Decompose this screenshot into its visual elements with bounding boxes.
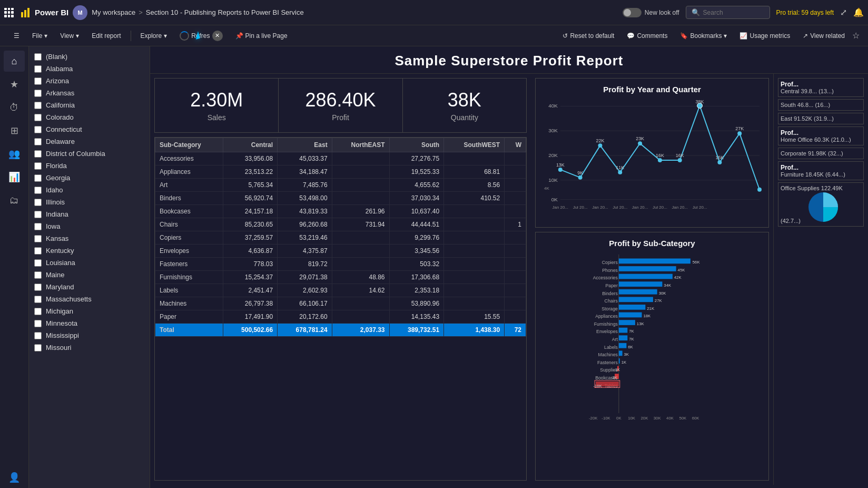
filter-item[interactable]: Michigan [33,305,145,317]
filter-item[interactable]: Alabama [33,63,145,75]
sidebar-item-starred[interactable]: ★ [4,74,25,95]
filter-checkbox[interactable] [34,162,42,170]
table-row[interactable]: Machines26,797.3866,106.1753,890.96 [155,297,526,310]
filter-item[interactable]: Colorado [33,111,145,123]
filter-checkbox[interactable] [34,90,42,97]
table-row[interactable]: Furnishings15,254.3729,071.3848.8617,306… [155,271,526,284]
sidebar-item-recent[interactable]: ⏱ [4,97,25,118]
table-row[interactable]: Paper17,491.9020,172.6014,135.4315.55 [155,310,526,324]
sidebar-item-account[interactable]: 👤 [4,467,25,488]
search-box[interactable]: 🔍 [686,6,770,19]
refresh-button[interactable]: Refres ✕ [174,28,228,43]
filter-item[interactable]: Minnesota [33,317,145,329]
sidebar-item-shared[interactable]: 👥 [4,143,25,164]
filter-checkbox[interactable] [34,296,42,303]
filter-checkbox[interactable] [34,199,42,206]
filter-checkbox[interactable] [34,247,42,255]
filter-item[interactable]: California [33,99,145,111]
table-row[interactable]: Art5,765.347,485.764,655.628.56 [155,179,526,192]
filter-item[interactable]: Arizona [33,75,145,87]
table-row[interactable]: Copiers37,259.5753,219.469,299.76 [155,231,526,245]
table-row[interactable]: Fasteners778.03819.72503.32 [155,258,526,271]
expand-icon[interactable]: ⤢ [840,7,847,17]
table-row[interactable]: Accessories33,956.0845,033.3727,276.75 [155,152,526,165]
svg-text:30K: 30K [548,128,558,133]
table-cell: 20,172.60 [278,310,332,324]
filter-checkbox[interactable] [34,211,42,218]
table-row[interactable]: Labels2,451.472,602.9314.622,353.18 [155,284,526,297]
filter-item[interactable]: Kentucky [33,245,145,257]
notification-icon[interactable]: 🔔 [853,7,864,17]
filter-checkbox[interactable] [34,126,42,133]
filter-checkbox[interactable] [34,320,42,327]
bookmarks-button[interactable]: 🔖 Bookmarks ▾ [675,30,732,42]
data-table-container[interactable]: Sub-CategoryCentralEastNorthEASTSouthSou… [154,137,527,481]
table-cell: 66,106.17 [278,297,332,310]
search-input[interactable] [703,9,764,16]
filter-item[interactable]: District of Columbia [33,148,145,160]
filter-item[interactable]: Mississippi [33,329,145,341]
filter-checkbox[interactable] [34,138,42,145]
explore-button[interactable]: Explore ▾ [135,30,173,42]
apps-icon[interactable] [4,8,14,17]
filter-checkbox[interactable] [34,187,42,194]
usage-metrics-button[interactable]: 📈 Usage metrics [734,30,795,42]
filter-checkbox[interactable] [34,174,42,182]
filter-item[interactable]: Kansas [33,232,145,245]
filter-item[interactable]: Iowa [33,220,145,232]
filter-checkbox[interactable] [34,65,42,73]
table-row[interactable]: Appliances23,513.2234,188.4719,525.3368.… [155,165,526,179]
comments-button[interactable]: 💬 Comments [622,30,673,42]
sidebar-item-home[interactable]: ⌂ [4,51,25,72]
filter-item[interactable]: Florida [33,160,145,172]
svg-rect-54 [619,259,691,264]
filter-item[interactable]: Delaware [33,135,145,148]
reset-button[interactable]: ↺ Reset to default [557,30,619,42]
filter-item[interactable]: Missouri [33,341,145,354]
pin-button[interactable]: 📌 Pin a live Page [230,30,293,42]
table-row[interactable]: Envelopes4,636.874,375.873,345.56 [155,245,526,258]
view-menu[interactable]: View ▾ [55,30,84,42]
filter-checkbox[interactable] [34,102,42,109]
filter-checkbox[interactable] [34,332,42,339]
filter-checkbox[interactable] [34,271,42,279]
filter-checkbox[interactable] [34,344,42,352]
filter-checkbox[interactable] [34,53,42,61]
filter-checkbox[interactable] [34,284,42,291]
cancel-refresh-button[interactable]: ✕ [212,31,223,41]
filter-checkbox[interactable] [34,223,42,230]
sidebar-item-browse[interactable]: 🗂 [4,190,25,211]
filter-item[interactable]: Indiana [33,208,145,220]
table-cell: 44,444.51 [389,218,444,231]
sidebar-item-metrics[interactable]: 📊 [4,167,25,188]
user-avatar[interactable]: M [73,5,87,20]
file-menu[interactable]: File ▾ [27,30,53,42]
filter-item[interactable]: Arkansas [33,87,145,99]
filter-item[interactable]: (Blank) [33,51,145,63]
filter-item[interactable]: Idaho [33,184,145,196]
table-row[interactable]: Chairs85,230.6596,260.68731.9444,444.511 [155,218,526,231]
filter-item[interactable]: Louisiana [33,257,145,269]
svg-text:27K: 27K [655,298,663,303]
view-related-button[interactable]: ↗ View related [797,30,850,42]
table-row[interactable]: Binders56,920.7453,498.0037,030.34410.52 [155,192,526,205]
filter-item[interactable]: Maryland [33,281,145,293]
filter-checkbox[interactable] [34,259,42,267]
filter-item[interactable]: Connecticut [33,123,145,135]
filter-checkbox[interactable] [34,150,42,158]
sidebar-item-apps[interactable]: ⊞ [4,120,25,141]
filter-item[interactable]: Maine [33,269,145,281]
new-look-toggle[interactable]: New look off [623,8,679,17]
edit-report-button[interactable]: Edit report [86,30,126,42]
filter-checkbox[interactable] [34,308,42,315]
table-row[interactable]: Bookcases24,157.1843,819.33261.9610,637.… [155,205,526,218]
filter-checkbox[interactable] [34,235,42,242]
filter-checkbox[interactable] [34,114,42,121]
filter-item[interactable]: Massachusetts [33,293,145,305]
profit-value: 286.40K [287,89,393,111]
star-icon[interactable]: ☆ [852,31,860,41]
filter-checkbox[interactable] [34,77,42,85]
hamburger-menu[interactable]: ☰ [8,30,25,42]
filter-item[interactable]: Georgia [33,172,145,184]
filter-item[interactable]: Illinois [33,196,145,208]
